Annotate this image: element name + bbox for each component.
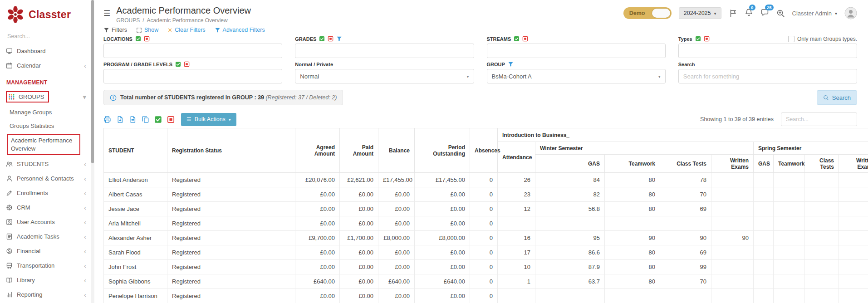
col-header-period-outstanding[interactable]: Period Outstanding: [415, 128, 470, 173]
exclude-filter-icon[interactable]: [704, 36, 710, 42]
sidebar-item-dashboard[interactable]: Dashboard: [0, 44, 91, 58]
school-year-selector[interactable]: 2024-2025 ▾: [679, 7, 721, 19]
breadcrumb-groups[interactable]: GROUPS: [116, 17, 140, 24]
col-header-spring-class-tests[interactable]: Class Tests: [804, 155, 839, 173]
col-header-balance[interactable]: Balance: [378, 128, 415, 173]
export-file-icon[interactable]: [116, 116, 124, 123]
attendance-link[interactable]: 10: [498, 260, 535, 274]
col-header-attendance[interactable]: Attendance: [498, 142, 535, 173]
clear-selection-icon[interactable]: [167, 116, 175, 123]
brand-logo[interactable]: Classter: [0, 5, 91, 24]
sidebar-item-manage-groups[interactable]: Manage Groups: [0, 105, 91, 119]
col-header-paid-amount[interactable]: Paid Amount: [340, 128, 378, 173]
col-header-winter-written-exams[interactable]: Written Exams: [711, 155, 754, 173]
exclude-filter-icon[interactable]: [328, 36, 333, 42]
excel-file-icon[interactable]: [129, 116, 137, 123]
student-link[interactable]: Albert Casas: [104, 187, 167, 202]
select-all-icon[interactable]: [154, 116, 162, 123]
student-link[interactable]: Aria Mitchell: [104, 216, 167, 231]
exclude-filter-icon[interactable]: [522, 36, 528, 42]
student-link[interactable]: John Frost: [104, 260, 167, 274]
sidebar-toggle-icon[interactable]: ☰: [103, 9, 110, 18]
sidebar-item-calendar[interactable]: Calendar‹: [0, 58, 91, 73]
filter-search-input[interactable]: [678, 69, 857, 83]
col-header-spring-gas[interactable]: GAS: [754, 155, 774, 173]
avatar[interactable]: [844, 7, 857, 20]
copy-icon[interactable]: [142, 116, 149, 123]
attendance-link[interactable]: 26: [498, 173, 535, 187]
exclude-filter-icon[interactable]: [184, 61, 190, 67]
zoom-in-icon[interactable]: [776, 9, 785, 18]
paid-amount: £1,700.00: [340, 231, 378, 245]
col-header-student[interactable]: STUDENT: [104, 128, 167, 173]
program-grade-levels-input[interactable]: [103, 69, 282, 83]
col-header-absences[interactable]: Absences: [470, 128, 498, 173]
table-search-input[interactable]: [781, 112, 857, 126]
col-header-agreed-amount[interactable]: Agreed Amount: [295, 128, 340, 173]
filters-toggle[interactable]: Filters: [103, 27, 127, 33]
clear-filters-button[interactable]: ✕ Clear Filters: [167, 27, 205, 33]
bulk-actions-button[interactable]: ☰ Bulk Actions ▾: [181, 113, 236, 126]
col-header-spring-written-exams[interactable]: Written Exams: [839, 155, 868, 173]
col-header-winter-teamwork[interactable]: Teamwork: [605, 155, 660, 173]
attendance-link[interactable]: 1: [498, 274, 535, 289]
sidebar-item-library[interactable]: Library‹: [0, 273, 91, 287]
streams-input[interactable]: [487, 44, 666, 58]
col-header-winter-gas[interactable]: GAS: [535, 155, 605, 173]
grades-input[interactable]: [295, 44, 474, 58]
col-header-registration-status[interactable]: Registration Status: [167, 128, 295, 173]
include-filter-icon[interactable]: [319, 36, 325, 42]
only-main-groups-checkbox[interactable]: Only main Groups types.: [788, 36, 857, 42]
attendance-link[interactable]: 12: [498, 202, 535, 216]
print-icon[interactable]: [103, 116, 111, 123]
search-button[interactable]: Search: [817, 90, 857, 105]
checkbox-icon[interactable]: [788, 36, 794, 42]
exclude-filter-icon[interactable]: [144, 36, 150, 42]
sidebar-search-input[interactable]: [7, 33, 83, 39]
notifications-button[interactable]: 0: [745, 8, 753, 19]
show-filters-button[interactable]: Show: [136, 27, 158, 33]
student-link[interactable]: Alexander Asher: [104, 231, 167, 245]
sidebar-item-academic-performance-overview[interactable]: Academic Performance Overview: [0, 132, 91, 156]
sidebar-item-financial[interactable]: Financial‹: [0, 244, 91, 258]
student-link[interactable]: Jessie Jace: [104, 202, 167, 216]
sidebar-item-academic-tasks[interactable]: Academic Tasks‹: [0, 229, 91, 244]
advanced-filters-button[interactable]: Advanced Filters: [215, 27, 265, 33]
sidebar-item-enrollments[interactable]: Enrollments‹: [0, 186, 91, 200]
student-link[interactable]: Penelope Harrison: [104, 289, 167, 303]
attendance-link[interactable]: 16: [498, 231, 535, 245]
student-link[interactable]: Sophia Gibbons: [104, 274, 167, 289]
funnel-icon[interactable]: [508, 61, 514, 67]
flag-icon[interactable]: [729, 9, 737, 18]
sidebar-item-user-accounts[interactable]: User Accounts‹: [0, 215, 91, 229]
messages-button[interactable]: 25: [760, 8, 769, 19]
include-filter-icon[interactable]: [514, 36, 520, 42]
user-menu[interactable]: Classter Admin ▾: [792, 10, 837, 17]
normal-private-select[interactable]: Normal ▾: [295, 69, 474, 83]
sidebar-item-crm[interactable]: CRM‹: [0, 200, 91, 215]
group-select[interactable]: BsMa-Cohort A ▾: [487, 69, 666, 83]
col-header-winter-class-tests[interactable]: Class Tests: [660, 155, 711, 173]
sidebar-scrollbar-thumb[interactable]: [91, 0, 94, 163]
attendance-link[interactable]: 17: [498, 245, 535, 260]
student-link[interactable]: Sarah Flood: [104, 245, 167, 260]
sidebar-item-reporting[interactable]: Reporting‹: [0, 287, 91, 302]
attendance-link[interactable]: 23: [498, 187, 535, 202]
sidebar-item-groups[interactable]: GROUPS ▾: [0, 88, 91, 105]
funnel-icon[interactable]: [336, 36, 342, 42]
period-outstanding: £0.00: [415, 202, 470, 216]
sidebar-item-personnel-contacts[interactable]: Personnel & Contacts‹: [0, 171, 91, 186]
include-filter-icon[interactable]: [695, 36, 701, 42]
types-input[interactable]: [678, 44, 857, 58]
sidebar-item-groups-statistics[interactable]: Groups Statistics: [0, 119, 91, 132]
locations-input[interactable]: [103, 44, 282, 58]
include-filter-icon[interactable]: [135, 36, 141, 42]
col-header-spring-teamwork[interactable]: Teamwork: [774, 155, 804, 173]
demo-mode-toggle[interactable]: Demo: [623, 7, 672, 19]
demo-toggle-knob[interactable]: [652, 9, 670, 18]
include-filter-icon[interactable]: [175, 61, 181, 67]
sidebar-item-students[interactable]: STUDENTS‹: [0, 156, 91, 171]
sidebar-item-transportation[interactable]: Transportation‹: [0, 258, 91, 273]
student-link[interactable]: Elliot Anderson: [104, 173, 167, 187]
school-year-value: 2024-2025: [684, 10, 711, 16]
